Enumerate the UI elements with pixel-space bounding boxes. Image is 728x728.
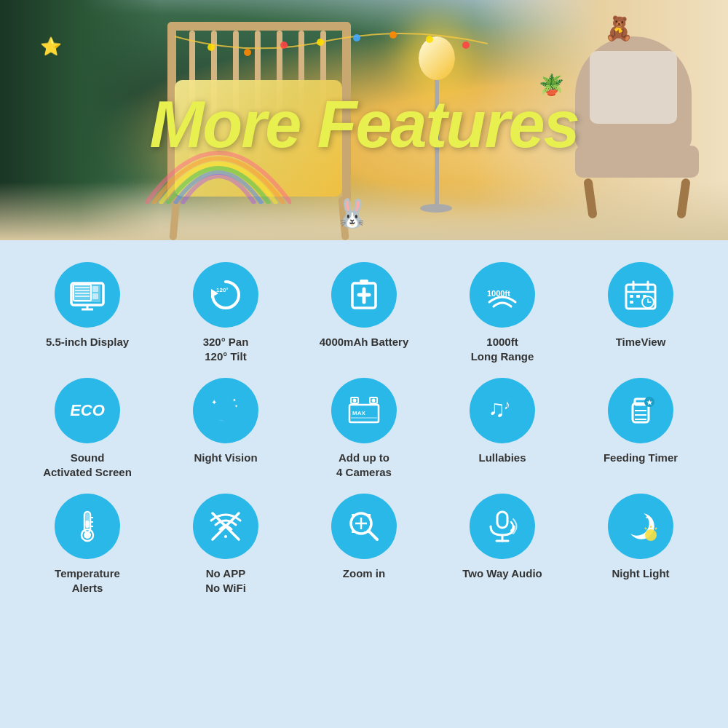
feature-night-light: ✦ ✦ Night Light (575, 494, 706, 595)
night-vision-icon: ✦ ✦ ✦ (207, 392, 245, 430)
pan-tilt-icon: 120° (207, 276, 245, 314)
svg-point-73 (645, 529, 657, 541)
svg-rect-17 (92, 286, 98, 292)
svg-rect-30 (630, 295, 633, 298)
cameras-icon-circle: MAX (331, 378, 397, 443)
feature-eco: ECO SoundActivated Screen (22, 378, 153, 479)
night-light-icon: ✦ ✦ (622, 507, 660, 545)
svg-point-4 (353, 34, 360, 41)
svg-text:✦: ✦ (234, 404, 238, 408)
svg-rect-22 (360, 280, 368, 285)
microphone-icon (483, 507, 521, 545)
svg-point-44 (372, 399, 376, 403)
svg-point-6 (426, 36, 433, 43)
feature-zoom: Zoom in (298, 494, 430, 595)
svg-point-5 (389, 31, 397, 39)
no-wifi-icon (207, 507, 245, 545)
feature-two-way-audio: Two Way Audio (437, 494, 568, 595)
svg-text:✦: ✦ (649, 520, 653, 524)
no-app-icon-circle (193, 494, 258, 559)
svg-text:✦: ✦ (211, 398, 217, 406)
night-vision-label: Night Vision (194, 451, 257, 465)
feature-battery: 4000mAh Battery (298, 262, 430, 363)
svg-text:★: ★ (646, 399, 653, 406)
night-light-icon-circle: ✦ ✦ (608, 494, 673, 559)
cameras-label: Add up to4 Cameras (336, 451, 392, 479)
lullabies-icon: ♫ ♪ (483, 392, 521, 430)
eco-icon-circle: ECO (55, 378, 120, 443)
display-icon-circle (55, 262, 120, 328)
battery-icon-circle (331, 262, 397, 328)
svg-rect-33 (630, 301, 633, 304)
lullabies-icon-circle: ♫ ♪ (470, 378, 535, 443)
svg-text:✦: ✦ (645, 515, 649, 520)
feature-timeview: TimeView (575, 262, 706, 363)
svg-rect-58 (86, 521, 90, 528)
temperature-icon-circle (55, 494, 120, 559)
svg-point-42 (353, 399, 357, 403)
temperature-label: TemperatureAlerts (55, 566, 120, 595)
feeding-timer-icon-circle: ★ (608, 378, 673, 443)
svg-rect-31 (636, 295, 640, 298)
battery-label: 4000mAh Battery (320, 335, 409, 349)
feature-temperature: TemperatureAlerts (22, 494, 153, 595)
feature-no-app: No APPNo WiFi (160, 494, 291, 595)
svg-text:✦: ✦ (232, 397, 237, 403)
timeview-icon-circle (608, 262, 673, 328)
pan-tilt-icon-circle: 120° (193, 262, 258, 328)
hero-title: More Features (0, 87, 728, 162)
features-section: 5.5-inch Display 120° 320° Pan120° Tilt (0, 240, 728, 602)
svg-text:MAX: MAX (352, 410, 365, 416)
feature-lullabies: ♫ ♪ Lullabies (437, 378, 568, 479)
temperature-icon (68, 507, 106, 545)
svg-line-75 (655, 528, 657, 529)
svg-text:♫: ♫ (488, 395, 505, 422)
zoom-icon (345, 507, 383, 545)
feeding-timer-icon: ★ (622, 392, 660, 430)
pan-tilt-label: 320° Pan120° Tilt (203, 335, 249, 363)
timeview-label: TimeView (616, 335, 666, 349)
no-app-label: No APPNo WiFi (205, 566, 246, 595)
feature-feeding-timer: ★ Feeding Timer (575, 378, 706, 479)
cameras-icon: MAX (345, 392, 383, 430)
features-grid: 5.5-inch Display 120° 320° Pan120° Tilt (22, 262, 706, 595)
svg-line-76 (645, 528, 646, 529)
night-vision-icon-circle: ✦ ✦ ✦ (193, 378, 258, 443)
lullabies-label: Lullabies (478, 451, 526, 465)
svg-text:♪: ♪ (504, 397, 510, 412)
night-light-label: Night Light (612, 566, 669, 581)
feature-cameras: MAX Add up to4 Cameras (298, 378, 430, 479)
two-way-audio-label: Two Way Audio (462, 566, 542, 581)
svg-point-3 (317, 39, 324, 46)
display-icon (68, 276, 106, 314)
range-icon: 1000ft (483, 276, 521, 314)
svg-rect-18 (92, 293, 98, 299)
star-icon: ⭐ (40, 36, 62, 57)
feature-night-vision: ✦ ✦ ✦ Night Vision (160, 378, 291, 479)
display-label: 5.5-inch Display (46, 335, 129, 349)
timeview-icon (622, 276, 660, 314)
hero-section: 🧸 🪴 🐰 ⭐ More Features (0, 0, 728, 240)
feature-range: 1000ft 1000ftLong Range (437, 262, 568, 363)
svg-point-7 (462, 41, 470, 49)
range-label: 1000ftLong Range (471, 335, 534, 363)
feature-display: 5.5-inch Display (22, 262, 153, 363)
zoom-icon-circle (331, 494, 397, 559)
eco-label: SoundActivated Screen (43, 451, 132, 479)
feeding-timer-label: Feeding Timer (604, 451, 678, 465)
range-icon-circle: 1000ft (470, 262, 535, 328)
eco-text: ECO (70, 401, 105, 420)
svg-point-2 (280, 41, 288, 49)
svg-text:120°: 120° (216, 287, 229, 293)
svg-rect-70 (497, 512, 507, 528)
zoom-label: Zoom in (343, 566, 385, 581)
svg-point-1 (244, 49, 251, 56)
two-way-audio-icon-circle (470, 494, 535, 559)
feature-pan-tilt: 120° 320° Pan120° Tilt (160, 262, 291, 363)
svg-point-60 (84, 531, 91, 539)
battery-icon (345, 276, 383, 314)
svg-point-0 (207, 44, 215, 51)
